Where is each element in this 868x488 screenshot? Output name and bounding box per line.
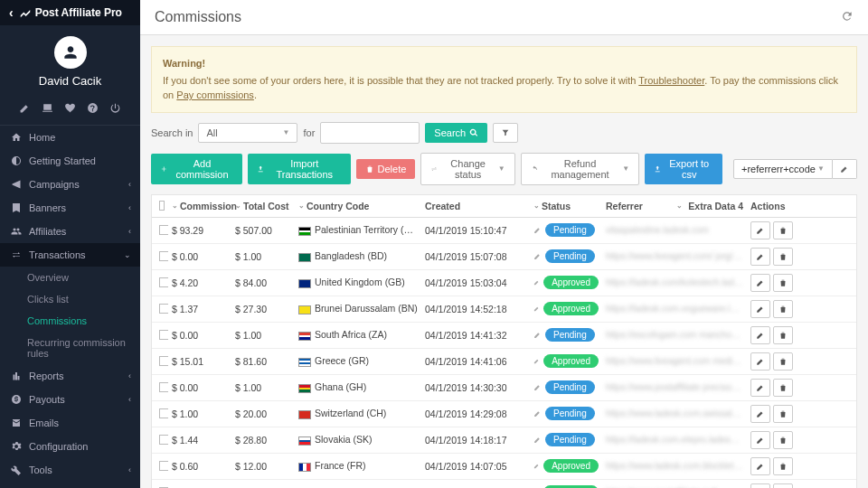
col-status[interactable]: ⌄Status [530, 195, 602, 217]
row-delete-button[interactable] [773, 379, 793, 397]
row-edit-button[interactable] [750, 483, 770, 489]
row-delete-button[interactable] [773, 352, 793, 371]
cell-actions [747, 454, 799, 479]
row-edit-button[interactable] [750, 405, 770, 423]
edit-icon[interactable] [533, 357, 540, 365]
nav-campaigns[interactable]: Campaigns‹ [0, 173, 140, 196]
nav-payouts[interactable]: Payouts‹ [0, 388, 140, 411]
delete-button[interactable]: Delete [356, 159, 416, 179]
subnav-recurring[interactable]: Recurring commission rules [0, 332, 140, 364]
nav-transactions[interactable]: Transactions⌄ [0, 243, 140, 267]
search-bar: Search in All▼ for Search [151, 122, 857, 144]
row-edit-button[interactable] [750, 352, 770, 371]
nav-getting-started[interactable]: Getting Started [0, 149, 140, 173]
change-status-button[interactable]: Change status▼ [420, 153, 514, 185]
edit-icon[interactable] [533, 226, 542, 234]
row-delete-button[interactable] [773, 300, 793, 318]
nav-banners[interactable]: Banners‹ [0, 196, 140, 220]
select-all-checkbox[interactable] [159, 201, 165, 211]
row-edit-button[interactable] [750, 221, 770, 239]
nav-tools[interactable]: Tools‹ [0, 458, 140, 482]
edit-icon[interactable] [533, 305, 540, 313]
row-checkbox[interactable] [159, 225, 168, 235]
row-delete-button[interactable] [773, 457, 793, 475]
help-icon[interactable] [87, 102, 99, 116]
desktop-icon[interactable] [42, 102, 53, 116]
brand-logo[interactable]: Post Affiliate Pro [19, 6, 122, 19]
cell-total: $ 37.80 [231, 483, 295, 489]
cell-created: 04/1/2019 15:07:08 [421, 248, 530, 266]
col-commission[interactable]: ⌄Commission [168, 195, 231, 217]
row-delete-button[interactable] [773, 248, 793, 266]
power-icon[interactable] [109, 102, 121, 116]
row-checkbox[interactable] [159, 356, 168, 366]
pay-commissions-link[interactable]: Pay commissions [176, 89, 254, 100]
edit-icon[interactable] [533, 252, 542, 260]
status-badge: Pending [545, 433, 595, 446]
row-checkbox[interactable] [159, 251, 168, 261]
edit-icon[interactable] [533, 383, 542, 391]
row-edit-button[interactable] [750, 326, 770, 344]
nav-affiliates[interactable]: Affiliates‹ [0, 220, 140, 243]
col-total[interactable]: ⌄Total Cost [231, 195, 295, 217]
row-edit-button[interactable] [750, 248, 770, 266]
export-button[interactable]: Export to csv [645, 154, 722, 184]
row-delete-button[interactable] [773, 221, 793, 239]
nav-home[interactable]: Home [0, 126, 140, 149]
back-icon[interactable]: ‹ [9, 5, 14, 20]
col-referrer[interactable]: Referrer⌄Extra Data 4 [602, 195, 747, 217]
row-checkbox[interactable] [159, 330, 168, 340]
row-checkbox[interactable] [159, 408, 168, 418]
filter-button[interactable] [493, 123, 518, 143]
subnav-overview[interactable]: Overview [0, 267, 140, 288]
row-edit-button[interactable] [750, 300, 770, 318]
row-edit-button[interactable] [750, 431, 770, 449]
row-delete-button[interactable] [773, 431, 793, 449]
cell-commission: $ 93.29 [168, 221, 231, 239]
row-checkbox[interactable] [159, 382, 168, 392]
edit-icon[interactable] [533, 409, 542, 418]
row-checkbox[interactable] [159, 304, 168, 314]
nav-reports[interactable]: Reports‹ [0, 364, 140, 388]
edit-icon[interactable] [533, 331, 542, 339]
search-input[interactable] [320, 122, 420, 144]
row-checkbox[interactable] [159, 461, 168, 471]
col-created[interactable]: Created [421, 195, 530, 217]
refund-button[interactable]: Refund management▼ [521, 153, 639, 185]
row-delete-button[interactable] [773, 274, 793, 292]
search-button[interactable]: Search [425, 123, 487, 143]
subnav-commissions[interactable]: Commissions [0, 310, 140, 332]
nav-emails[interactable]: Emails [0, 411, 140, 435]
cell-created: 04/1/2019 15:10:47 [421, 221, 530, 239]
row-checkbox[interactable] [159, 435, 168, 445]
view-select[interactable]: +referrerr+ccode▼ [733, 159, 833, 179]
row-delete-button[interactable] [773, 326, 793, 344]
subnav-clicks[interactable]: Clicks list [0, 288, 140, 310]
view-edit-button[interactable] [833, 159, 857, 179]
avatar[interactable] [54, 36, 87, 69]
refresh-icon[interactable] [841, 10, 854, 24]
import-button[interactable]: Import Transactions [248, 154, 351, 184]
cell-status: Pending [530, 220, 602, 240]
search-in-select[interactable]: All▼ [198, 123, 297, 143]
edit-icon[interactable] [533, 462, 540, 470]
col-country[interactable]: ⌄Country Code [295, 195, 421, 217]
row-edit-button[interactable] [750, 457, 770, 475]
heart-icon[interactable] [64, 102, 76, 116]
cell-actions [747, 401, 799, 427]
row-delete-button[interactable] [773, 405, 793, 423]
row-delete-button[interactable] [773, 483, 793, 489]
row-edit-button[interactable] [750, 274, 770, 292]
row-edit-button[interactable] [750, 379, 770, 397]
edit-icon[interactable] [533, 436, 542, 444]
col-actions: Actions [747, 195, 799, 217]
nav-configuration[interactable]: Configuration [0, 435, 140, 458]
troubleshooter-link[interactable]: Troubleshooter [638, 75, 704, 86]
cell-referrer: https://escofogam.com manchord/mutworks.… [602, 326, 747, 343]
edit-icon[interactable] [533, 278, 540, 286]
add-commission-button[interactable]: Add commission [151, 154, 242, 184]
edit-icon[interactable] [19, 102, 31, 116]
nav-offline[interactable]: Offline sale [0, 482, 140, 488]
row-checkbox[interactable] [159, 277, 168, 287]
cell-total: $ 507.00 [231, 221, 295, 239]
